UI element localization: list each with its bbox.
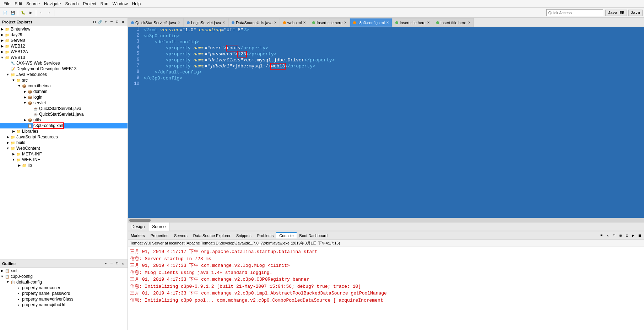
tab-close-icon[interactable]: ✕ bbox=[386, 21, 389, 24]
tab-close-icon[interactable]: ✕ bbox=[222, 21, 225, 24]
tree-item-login[interactable]: ▶📦login bbox=[0, 94, 128, 100]
toolbar-debug[interactable]: 🐛 bbox=[20, 9, 27, 16]
line-content[interactable]: <c3p0-config> bbox=[142, 33, 644, 39]
tree-item-binterview[interactable]: ▶📁Binterview bbox=[0, 26, 128, 32]
tree-item-quickstartservlet1[interactable]: ☕QuickStartServlet1.java bbox=[0, 111, 128, 117]
tree-item-servlet[interactable]: ▼📦servlet bbox=[0, 100, 128, 106]
outline-max-icon[interactable]: □ bbox=[115, 261, 120, 266]
menu-edit[interactable]: Edit bbox=[12, 1, 24, 7]
tree-item-deployment[interactable]: 📝Deployment Descriptor: WEB13 bbox=[0, 66, 128, 72]
tree-item-lib[interactable]: ▶📁lib bbox=[0, 163, 128, 168]
console-tab-data-source-explorer[interactable]: Data Source Explorer bbox=[190, 233, 233, 238]
explorer-min-icon[interactable]: ─ bbox=[109, 20, 114, 24]
editor-tab-web.xml[interactable]: web.xml✕ bbox=[280, 18, 309, 27]
editor-content[interactable]: 1<?xml version="1.0" encoding="UTF-8"?>2… bbox=[128, 27, 644, 218]
console-tab-properties[interactable]: Properties bbox=[148, 233, 171, 238]
tree-item-c3p0-config[interactable]: 📋c3p0-config.xml bbox=[0, 123, 128, 128]
tree-item-day29[interactable]: ▶📁day29 bbox=[0, 32, 128, 38]
tree-item-java-resources[interactable]: ▼📁Java Resources bbox=[0, 72, 128, 77]
tab-close-icon[interactable]: ✕ bbox=[468, 21, 471, 24]
editor-tab-insert-title-here[interactable]: Insert title here✕ bbox=[392, 18, 433, 27]
menu-run[interactable]: Run bbox=[98, 1, 110, 7]
editor-tab-datasourceutils.java[interactable]: DataSourceUtils.java✕ bbox=[228, 18, 280, 27]
menu-file[interactable]: File bbox=[1, 1, 12, 7]
console-icon-btn[interactable]: ✕ bbox=[605, 233, 611, 238]
console-icon-btn[interactable]: ▶ bbox=[631, 233, 636, 238]
tab-close-icon[interactable]: ✕ bbox=[427, 21, 430, 24]
editor-tab-quickstartservlet1.java[interactable]: QuickStartServlet1.java✕ bbox=[128, 18, 184, 27]
bottom-tab-design[interactable]: Design bbox=[128, 222, 148, 231]
toolbar-run[interactable]: ▶ bbox=[27, 9, 34, 16]
tree-item-web13[interactable]: ▼📁WEB13 bbox=[0, 55, 128, 60]
perspective-java[interactable]: Java bbox=[628, 10, 643, 16]
console-tab-problems[interactable]: Problems bbox=[254, 233, 276, 238]
tree-item-domain[interactable]: ▶📦domain bbox=[0, 89, 128, 94]
console-icon-btn[interactable]: □ bbox=[611, 233, 617, 238]
toolbar-forward[interactable]: → bbox=[45, 9, 53, 16]
tree-item-webcontent[interactable]: ▼📁WebContent bbox=[0, 145, 128, 151]
line-content[interactable]: <default-config> bbox=[142, 39, 644, 45]
console-icon-btn[interactable]: ⊡ bbox=[618, 233, 623, 238]
menu-help[interactable]: Help bbox=[130, 1, 143, 7]
line-content[interactable]: <property name="driverClass">com.mysql.j… bbox=[142, 57, 644, 63]
menu-project[interactable]: Project bbox=[81, 1, 98, 7]
console-tab-console[interactable]: Console bbox=[276, 232, 296, 238]
tree-item-build[interactable]: ▶📁build bbox=[0, 140, 128, 145]
toolbar-new[interactable]: 📄 bbox=[1, 9, 9, 16]
line-content[interactable]: <property name="password">123</property> bbox=[142, 51, 644, 57]
editor-tab-insert-title-here[interactable]: Insert title here✕ bbox=[433, 18, 474, 27]
console-body[interactable]: 三月 01, 2019 4:17:17 下午 org.apache.catali… bbox=[128, 247, 644, 330]
tab-close-icon[interactable]: ✕ bbox=[274, 21, 277, 24]
tree-item-meta-inf[interactable]: ▶📁META-INF bbox=[0, 151, 128, 157]
line-content[interactable]: <?xml version="1.0" encoding="UTF-8"?> bbox=[142, 27, 644, 33]
console-icon-btn[interactable]: ⏹ bbox=[637, 233, 643, 238]
horizontal-scrollbar[interactable] bbox=[128, 218, 644, 222]
editor-tab-c3p0-config.xml[interactable]: c3p0-config.xml✕ bbox=[350, 18, 392, 27]
tab-close-icon[interactable]: ✕ bbox=[344, 21, 347, 24]
line-content[interactable]: <property name="jdbcUrl">jdbc:mysql://we… bbox=[142, 63, 644, 69]
tab-close-icon[interactable]: ✕ bbox=[178, 21, 180, 24]
tree-item-utils[interactable]: ▶📦utils bbox=[0, 117, 128, 123]
console-icon-btn[interactable]: ⊠ bbox=[624, 233, 630, 238]
console-tab-snippets[interactable]: Snippets bbox=[233, 233, 254, 238]
perspective-javaee[interactable]: Java EE bbox=[605, 10, 627, 16]
tree-item-servers[interactable]: ▶📁Servers bbox=[0, 38, 128, 43]
tab-close-icon[interactable]: ✕ bbox=[303, 21, 306, 24]
menu-navigate[interactable]: Navigate bbox=[42, 1, 63, 7]
explorer-max-icon[interactable]: □ bbox=[115, 20, 120, 24]
code-area[interactable]: 1<?xml version="1.0" encoding="UTF-8"?>2… bbox=[128, 27, 644, 218]
bottom-tab-source[interactable]: Source bbox=[148, 222, 169, 231]
tree-item-web12a[interactable]: ▶📁WEB12A bbox=[0, 49, 128, 55]
outline-item[interactable]: ▪property name=user bbox=[0, 285, 128, 291]
line-content[interactable]: <property name="user">root</property> bbox=[142, 45, 644, 51]
outline-close-icon[interactable]: ✕ bbox=[120, 261, 125, 266]
menu-window[interactable]: Window bbox=[110, 1, 130, 7]
line-content[interactable] bbox=[142, 81, 644, 86]
tree-item-web-inf[interactable]: ▼📁WEB-INF bbox=[0, 157, 128, 163]
menu-source[interactable]: Source bbox=[24, 1, 42, 7]
outline-item[interactable]: ▼📋default-config bbox=[0, 279, 128, 285]
menu-search[interactable]: Search bbox=[63, 1, 81, 7]
tree-item-javascript-resources[interactable]: ▶📁JavaScript Resources bbox=[0, 134, 128, 140]
explorer-menu-icon[interactable]: ▾ bbox=[103, 20, 108, 24]
tree-item-web12[interactable]: ▶📁WEB12 bbox=[0, 43, 128, 49]
tree-item-jax-ws[interactable]: 🔧JAX-WS Web Services bbox=[0, 60, 128, 66]
outline-item[interactable]: ▪property name=jdbcUrl bbox=[0, 302, 128, 308]
console-tab-boot-dashboard[interactable]: Boot Dashboard bbox=[297, 233, 331, 238]
console-icon-btn[interactable]: ■ bbox=[599, 233, 604, 238]
tree-item-src[interactable]: ▼📁src bbox=[0, 77, 128, 83]
outline-item[interactable]: ▪property name=driverClass bbox=[0, 296, 128, 302]
editor-tab-loginservlet.java[interactable]: LoginServlet.java✕ bbox=[184, 18, 228, 27]
line-content[interactable]: </default-config> bbox=[142, 69, 644, 75]
tree-item-libraries[interactable]: ▶📁Libraries bbox=[0, 128, 128, 134]
outline-item[interactable]: ▼📋c3p0-config bbox=[0, 274, 128, 279]
console-tab-markers[interactable]: Markers bbox=[128, 233, 148, 238]
line-content[interactable]: </c3p0-config> bbox=[142, 75, 644, 81]
outline-item[interactable]: ▶📋xml bbox=[0, 268, 128, 274]
outline-item[interactable]: ▪property name=password bbox=[0, 291, 128, 296]
quick-access-input[interactable] bbox=[546, 9, 603, 16]
tree-item-quickstartservlet[interactable]: ☕QuickStartServlet.java bbox=[0, 106, 128, 111]
explorer-collapse-icon[interactable]: ⊟ bbox=[92, 20, 97, 24]
outline-min-icon[interactable]: ─ bbox=[109, 261, 114, 266]
explorer-link-icon[interactable]: 🔗 bbox=[98, 20, 103, 24]
